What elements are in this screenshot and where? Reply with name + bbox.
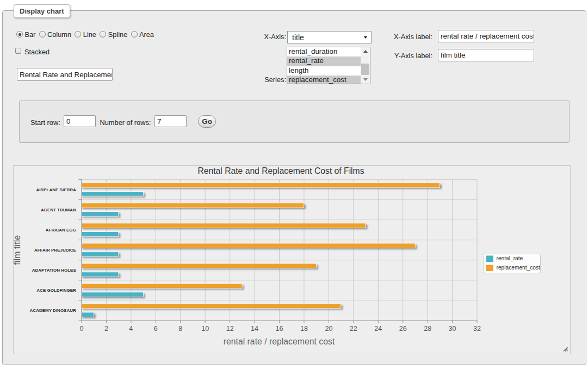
svg-text:28: 28 (424, 325, 431, 333)
svg-text:replacement_cost: replacement_cost (497, 265, 541, 271)
svg-text:24: 24 (374, 325, 382, 333)
svg-text:30: 30 (449, 325, 456, 333)
svg-text:rental_rate: rental_rate (497, 255, 523, 261)
svg-text:20: 20 (325, 325, 332, 333)
svg-text:Rental Rate and Replacement Co: Rental Rate and Replacement Cost of Film… (197, 166, 364, 175)
svg-text:ACE GOLDFINGER: ACE GOLDFINGER (36, 288, 76, 293)
svg-text:10: 10 (201, 325, 209, 333)
svg-text:AIRPLANE SIERRA: AIRPLANE SIERRA (36, 187, 76, 192)
svg-text:18: 18 (300, 325, 308, 333)
svg-text:ACADEMY DINOSAUR: ACADEMY DINOSAUR (30, 308, 76, 313)
svg-text:26: 26 (399, 325, 407, 333)
svg-text:14: 14 (251, 325, 258, 333)
svg-text:22: 22 (350, 325, 357, 333)
svg-text:16: 16 (276, 325, 283, 333)
svg-text:8: 8 (178, 325, 182, 333)
svg-text:32: 32 (473, 325, 481, 333)
svg-text:6: 6 (154, 325, 158, 333)
svg-text:ADAPTATION HOLES: ADAPTATION HOLES (32, 268, 77, 273)
svg-text:AFRICAN EGG: AFRICAN EGG (46, 228, 76, 233)
svg-text:AGENT TRUMAN: AGENT TRUMAN (41, 208, 76, 212)
svg-text:12: 12 (226, 325, 234, 333)
svg-text:film title: film title (14, 235, 22, 265)
svg-text:0: 0 (79, 325, 83, 333)
svg-text:2: 2 (104, 325, 108, 333)
svg-text:4: 4 (129, 325, 133, 333)
svg-text:AFFAIR PREJUDICE: AFFAIR PREJUDICE (34, 248, 77, 253)
svg-text:rental rate / replacement cost: rental rate / replacement cost (224, 337, 335, 346)
